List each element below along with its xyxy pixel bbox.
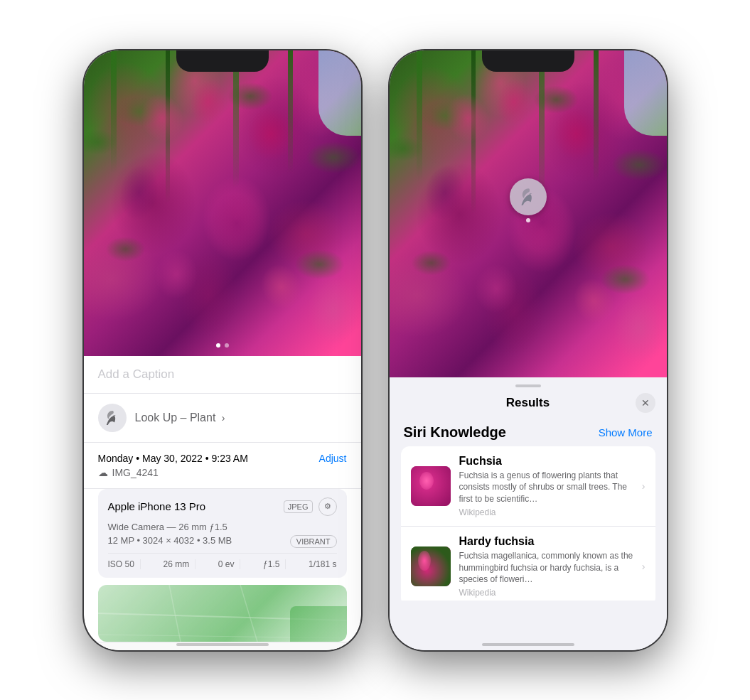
adjust-button[interactable]: Adjust [319, 453, 347, 464]
lookup-value: Plant [190, 411, 215, 424]
close-icon: ✕ [641, 397, 650, 409]
filename-text: IMG_4241 [112, 467, 159, 478]
fuchsia-chevron: › [642, 480, 645, 492]
hardy-fuchsia-name: Hardy fuchsia [459, 535, 633, 548]
photo-dot-indicator [216, 343, 229, 348]
exif-row: ISO 50 26 mm 0 ev ƒ1.5 1/181 s [108, 553, 337, 569]
camera-spec-line2: 12 MP • 3024 × 4032 • 3.5 MB [108, 535, 232, 546]
phone-notch [176, 50, 269, 72]
fuchsia-thumbnail [411, 466, 451, 506]
map-area[interactable] [98, 585, 347, 642]
right-photo-area[interactable] [390, 50, 667, 377]
siri-knowledge-header: Siri Knowledge Show More [390, 419, 667, 446]
hardy-fuchsia-thumbnail [411, 546, 451, 586]
format-badge: JPEG [284, 500, 313, 513]
cloud-icon: ☁ [98, 467, 108, 478]
camera-info-card: Apple iPhone 13 Pro JPEG ⚙ Wide Camera —… [98, 489, 347, 578]
lookup-label-text: Look Up – [135, 411, 187, 424]
exif-shutter: 1/181 s [303, 559, 336, 569]
knowledge-item-hardy-fuchsia[interactable]: Hardy fuchsia Fuchsia magellanica, commo… [401, 527, 655, 601]
fuchsia-source: Wikipedia [459, 507, 633, 517]
leaf-icon [104, 409, 121, 426]
exif-ev: 0 ev [213, 559, 241, 569]
camera-badges: JPEG ⚙ [284, 497, 337, 516]
dot-2 [225, 343, 229, 348]
show-more-button[interactable]: Show More [599, 426, 653, 438]
map-thumbnail [290, 606, 347, 642]
panel-drag-handle[interactable] [515, 384, 541, 387]
metadata-area: Monday • May 30, 2022 • 9:23 AM Adjust ☁… [84, 443, 361, 489]
lookup-chevron: › [222, 412, 225, 424]
vibrant-badge: VIBRANT [290, 535, 337, 548]
hardy-fuchsia-description: Fuchsia magellanica, commonly known as t… [459, 550, 633, 586]
visual-lookup-button[interactable] [510, 178, 547, 215]
right-home-indicator [482, 643, 574, 646]
svg-line-2 [240, 585, 262, 642]
left-phone: Add a Caption Look Up – Plant › Monday •… [84, 50, 361, 650]
siri-knowledge-title: Siri Knowledge [404, 424, 506, 441]
lookup-icon-circle [98, 404, 127, 432]
metadata-filename: ☁ IMG_4241 [98, 467, 347, 478]
camera-spec-row: 12 MP • 3024 × 4032 • 3.5 MB VIBRANT [108, 535, 337, 549]
visual-lookup-leaf-icon [518, 187, 538, 207]
left-phone-screen: Add a Caption Look Up – Plant › Monday •… [84, 50, 361, 650]
results-title: Results [506, 396, 550, 410]
right-phone-notch [482, 50, 574, 72]
results-header: Results ✕ [390, 393, 667, 419]
results-close-button[interactable]: ✕ [636, 393, 655, 413]
visual-lookup-dot [526, 218, 530, 222]
exif-iso: ISO 50 [108, 559, 141, 569]
right-phone-screen: Results ✕ Siri Knowledge Show More [390, 50, 667, 650]
dot-1 [216, 343, 220, 348]
camera-settings-icon[interactable]: ⚙ [318, 497, 337, 516]
metadata-date: Monday • May 30, 2022 • 9:23 AM [98, 453, 248, 464]
camera-spec-line1: Wide Camera — 26 mm ƒ1.5 [108, 522, 337, 532]
svg-line-1 [169, 585, 183, 642]
hardy-fuchsia-content: Hardy fuchsia Fuchsia magellanica, commo… [459, 535, 633, 598]
exif-aperture: ƒ1.5 [257, 559, 286, 569]
hardy-fuchsia-chevron: › [642, 561, 645, 572]
lookup-label: Look Up – Plant › [135, 411, 225, 424]
fuchsia-name: Fuchsia [459, 455, 633, 468]
fuchsia-description: Fuchsia is a genus of flowering plants t… [459, 470, 633, 505]
exif-mm: 26 mm [157, 559, 195, 569]
camera-model: Apple iPhone 13 Pro [108, 500, 206, 512]
lookup-row[interactable]: Look Up – Plant › [84, 394, 361, 443]
camera-top-row: Apple iPhone 13 Pro JPEG ⚙ [108, 497, 337, 516]
knowledge-item-fuchsia[interactable]: Fuchsia Fuchsia is a genus of flowering … [401, 446, 655, 527]
home-indicator [176, 643, 269, 646]
results-panel[interactable]: Results ✕ Siri Knowledge Show More [390, 377, 667, 601]
flower-details [84, 50, 361, 356]
knowledge-card: Fuchsia Fuchsia is a genus of flowering … [401, 446, 655, 601]
right-phone: Results ✕ Siri Knowledge Show More [390, 50, 667, 650]
caption-placeholder[interactable]: Add a Caption [98, 367, 175, 381]
caption-area[interactable]: Add a Caption [84, 356, 361, 394]
hardy-fuchsia-source: Wikipedia [459, 588, 633, 598]
fuchsia-content: Fuchsia Fuchsia is a genus of flowering … [459, 455, 633, 517]
photo-area[interactable] [84, 50, 361, 356]
metadata-date-row: Monday • May 30, 2022 • 9:23 AM Adjust [98, 453, 347, 464]
